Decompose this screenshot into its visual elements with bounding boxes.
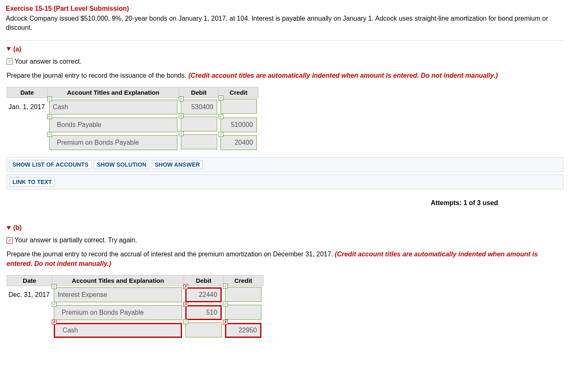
credit-input[interactable]: [225, 287, 261, 302]
x-icon: [183, 284, 188, 289]
exercise-title: Exercise 15-15 (Part Level Submission): [6, 5, 564, 12]
check-icon: [47, 114, 52, 119]
part-a-section: (a) ✓ Your answer is correct. Prepare th…: [6, 40, 564, 195]
debit-input[interactable]: 530400: [181, 100, 217, 115]
show-solution-button[interactable]: SHOW SOLUTION: [94, 160, 149, 169]
button-row-2: LINK TO TEXT: [7, 174, 563, 189]
table-row: Premium on Bonds Payable 20400: [7, 134, 259, 151]
part-a-label-text: (a): [13, 45, 22, 53]
debit-input[interactable]: 22440: [185, 287, 222, 302]
collapse-icon: [7, 47, 11, 51]
credit-input[interactable]: [225, 305, 261, 320]
check-icon: [179, 96, 184, 101]
credit-input[interactable]: 22950: [225, 323, 261, 338]
account-input[interactable]: Premium on Bonds Payable: [49, 135, 177, 150]
partial-icon: ✓: [7, 237, 13, 244]
collapse-icon: [7, 226, 11, 230]
account-input[interactable]: Cash: [54, 323, 182, 338]
journal-table-a: Date Account Titles and Explanation Debi…: [7, 87, 259, 151]
check-icon: [183, 319, 188, 324]
journal-table-b: Date Account Titles and Explanation Debi…: [7, 275, 263, 339]
col-debit: Debit: [184, 275, 223, 286]
account-input[interactable]: Bonds Payable: [49, 117, 177, 132]
date-cell: Dec. 31, 2017: [7, 286, 53, 304]
part-b-status-text: Your answer is partially correct. Try ag…: [14, 237, 137, 244]
part-b-status: ✓ Your answer is partially correct. Try …: [7, 237, 563, 244]
part-b-instruction: Prepare the journal entry to record the …: [7, 250, 563, 268]
part-b-section: (b) ✓ Your answer is partially correct. …: [6, 219, 564, 349]
col-credit: Credit: [219, 87, 259, 98]
attempts-text: Attempts: 1 of 3 used: [6, 195, 564, 219]
debit-input[interactable]: [181, 117, 217, 131]
check-icon: [179, 113, 184, 118]
check-icon: [223, 284, 228, 289]
table-row: Cash 22950: [7, 322, 263, 339]
part-b-label[interactable]: (b): [7, 224, 563, 232]
x-icon: [223, 320, 228, 325]
check-icon: [218, 96, 223, 100]
button-row: SHOW LIST OF ACCOUNTS SHOW SOLUTION SHOW…: [7, 157, 563, 172]
part-b-label-text: (b): [13, 224, 22, 232]
credit-input[interactable]: 510000: [220, 117, 257, 132]
debit-input[interactable]: [185, 323, 222, 337]
check-icon: [52, 302, 57, 307]
part-a-label[interactable]: (a): [7, 45, 563, 53]
show-list-button[interactable]: SHOW LIST OF ACCOUNTS: [10, 160, 91, 169]
check-icon: [47, 96, 52, 101]
table-row: Jan. 1, 2017 Cash 530400: [7, 98, 259, 116]
check-icon: [218, 132, 223, 137]
part-a-instruction-em: (Credit account titles are automatically…: [188, 72, 498, 79]
check-icon: [52, 284, 57, 289]
date-cell: Jan. 1, 2017: [7, 98, 48, 116]
col-credit: Credit: [223, 275, 263, 286]
check-icon: ✓: [7, 58, 13, 65]
show-answer-button[interactable]: SHOW ANSWER: [152, 160, 203, 169]
check-icon: [218, 114, 223, 119]
col-debit: Debit: [179, 87, 219, 98]
col-account: Account Titles and Explanation: [52, 275, 184, 286]
check-icon: [179, 131, 184, 136]
table-row: Premium on Bonds Payable 510: [7, 304, 263, 322]
part-a-status-text: Your answer is correct.: [14, 58, 81, 65]
part-a-instruction-text: Prepare the journal entry to record the …: [7, 72, 188, 79]
col-date: Date: [7, 275, 53, 286]
account-input[interactable]: Cash: [49, 100, 177, 115]
check-icon: [223, 301, 228, 306]
account-input[interactable]: Interest Expense: [54, 287, 182, 302]
x-icon: [183, 302, 188, 307]
col-date: Date: [7, 87, 48, 98]
debit-input[interactable]: [181, 134, 217, 149]
check-icon: [47, 132, 52, 137]
debit-input[interactable]: 510: [185, 305, 222, 320]
credit-input[interactable]: 20400: [220, 135, 257, 150]
account-input[interactable]: Premium on Bonds Payable: [54, 305, 182, 320]
credit-input[interactable]: [220, 99, 257, 114]
link-to-text-button[interactable]: LINK TO TEXT: [10, 177, 55, 186]
part-b-instruction-text: Prepare the journal entry to record the …: [7, 251, 335, 258]
problem-statement: Adcock Company issued $510,000, 9%, 20-y…: [6, 14, 564, 33]
x-icon: [52, 320, 57, 325]
part-a-status: ✓ Your answer is correct.: [7, 58, 563, 65]
col-account: Account Titles and Explanation: [48, 87, 179, 98]
part-a-instruction: Prepare the journal entry to record the …: [7, 71, 563, 80]
table-row: Bonds Payable 510000: [7, 116, 259, 134]
